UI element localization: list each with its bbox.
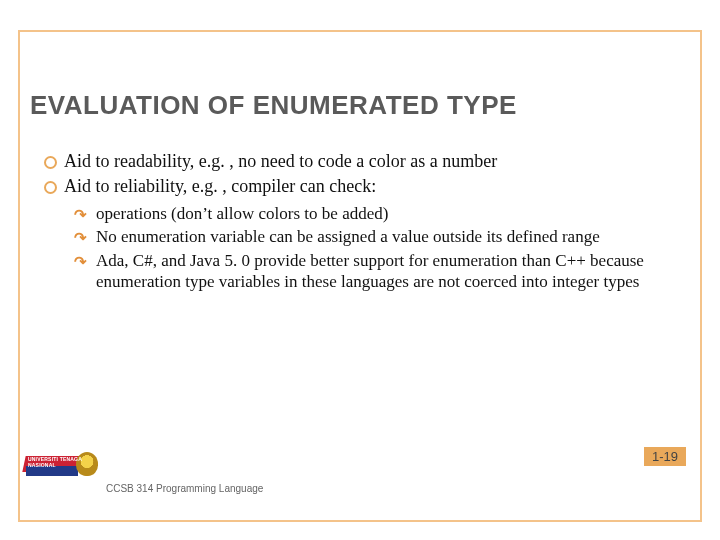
list-item: Aid to readability, e.g. , no need to co… — [42, 150, 678, 173]
footer-text: CCSB 314 Programming Language — [106, 483, 263, 494]
page-number: 1-19 — [644, 447, 686, 466]
sub-list: ↷operations (don’t allow colors to be ad… — [74, 203, 678, 292]
list-item: ↷No enumeration variable can be assigned… — [74, 226, 678, 247]
slide-title: EVALUATION OF ENUMERATED TYPE — [30, 90, 690, 121]
arrow-icon: ↷ — [74, 206, 87, 225]
list-item: Aid to reliability, e.g. , compiler can … — [42, 175, 678, 293]
logo-text: UNIVERSITI TENAGA NASIONAL — [28, 456, 98, 468]
slide: EVALUATION OF ENUMERATED TYPE Aid to rea… — [0, 0, 720, 540]
list-item-text: Ada, C#, and Java 5. 0 provide better su… — [96, 251, 644, 291]
university-logo: UNIVERSITI TENAGA NASIONAL — [24, 452, 98, 490]
list-item-text: No enumeration variable can be assigned … — [96, 227, 600, 246]
arrow-icon: ↷ — [74, 253, 87, 272]
slide-body: Aid to readability, e.g. , no need to co… — [42, 150, 678, 294]
arrow-icon: ↷ — [74, 229, 87, 248]
list-item: ↷Ada, C#, and Java 5. 0 provide better s… — [74, 250, 678, 293]
list-item-text: Aid to reliability, e.g. , compiler can … — [64, 176, 376, 196]
list-item: ↷operations (don’t allow colors to be ad… — [74, 203, 678, 224]
main-list: Aid to readability, e.g. , no need to co… — [42, 150, 678, 292]
list-item-text: operations (don’t allow colors to be add… — [96, 204, 388, 223]
list-item-text: Aid to readability, e.g. , no need to co… — [64, 151, 497, 171]
